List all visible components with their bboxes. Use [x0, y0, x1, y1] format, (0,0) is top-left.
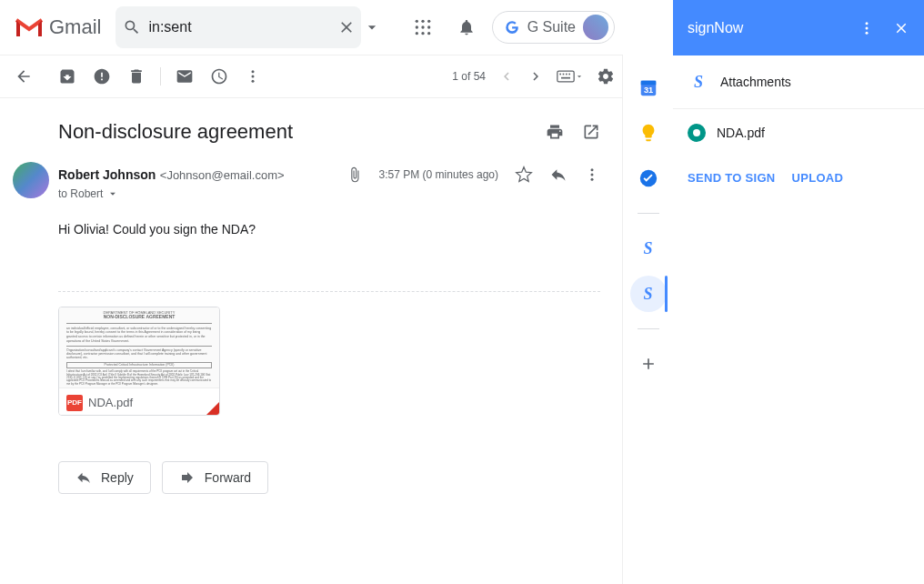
signnow-close-icon[interactable] [893, 20, 909, 36]
timestamp: 3:57 PM (0 minutes ago) [379, 168, 498, 181]
mark-unread-icon[interactable] [176, 67, 194, 86]
gsuite-label: G Suite [527, 19, 576, 35]
attachment-preview: DEPARTMENT OF HOMELAND SECURITY NON-DISC… [59, 307, 219, 388]
sender-email: <Johnson@email.com> [160, 168, 285, 182]
clear-search-icon[interactable] [337, 18, 356, 36]
attachment-name: NDA.pdf [88, 396, 133, 409]
rail-signnow-icon-2[interactable]: S [630, 276, 667, 312]
search-box[interactable] [116, 6, 361, 48]
rail-tasks-icon[interactable] [630, 160, 667, 196]
rail-calendar-icon[interactable]: 31 [630, 69, 667, 106]
svg-point-22 [591, 178, 594, 181]
upload-button[interactable]: UPLOAD [792, 171, 844, 185]
apps-icon[interactable] [405, 9, 441, 45]
svg-point-29 [866, 31, 869, 34]
gmail-logo[interactable]: Gmail [7, 15, 108, 39]
svg-rect-1 [38, 33, 42, 36]
svg-rect-14 [557, 71, 574, 82]
pdf-badge: PDF [66, 395, 83, 411]
signnow-title: signNow [688, 20, 859, 36]
signnow-section-icon: S [688, 71, 709, 93]
forward-button[interactable]: Forward [162, 461, 268, 494]
checkmark-icon [688, 124, 706, 142]
svg-text:31: 31 [643, 86, 652, 95]
send-to-sign-button[interactable]: SEND TO SIGN [688, 171, 776, 185]
snooze-icon[interactable] [210, 67, 228, 86]
svg-rect-18 [568, 74, 570, 76]
signnow-attachment-item[interactable]: NDA.pdf [688, 124, 909, 142]
reply-button[interactable]: Reply [58, 461, 151, 494]
page-count: 1 of 54 [452, 70, 486, 83]
search-dropdown-icon[interactable] [363, 18, 381, 36]
email-subject: Non-disclosure agreement [58, 120, 546, 144]
svg-point-12 [252, 76, 255, 78]
input-tools-icon[interactable] [557, 70, 584, 83]
svg-point-28 [866, 26, 869, 29]
rail-add-icon[interactable] [630, 346, 667, 382]
svg-point-5 [415, 25, 417, 28]
svg-point-4 [427, 20, 430, 23]
settings-icon[interactable] [597, 67, 615, 86]
star-icon[interactable] [515, 166, 533, 184]
open-new-icon[interactable] [582, 123, 600, 141]
sender-avatar[interactable] [13, 162, 49, 198]
svg-rect-19 [561, 77, 570, 79]
gmail-text: Gmail [49, 15, 101, 39]
svg-point-6 [421, 25, 424, 28]
signnow-section-title: Attachments [720, 75, 791, 89]
signnow-attachment-name: NDA.pdf [717, 126, 765, 140]
to-line[interactable]: to Robert [58, 187, 600, 216]
search-input[interactable] [148, 19, 330, 35]
svg-point-27 [866, 22, 869, 25]
svg-point-2 [415, 20, 417, 23]
svg-point-10 [427, 32, 430, 35]
svg-point-13 [252, 80, 255, 83]
rail-signnow-icon-1[interactable]: S [630, 230, 667, 267]
svg-rect-16 [563, 74, 565, 76]
svg-point-7 [427, 25, 430, 28]
svg-point-11 [252, 70, 255, 73]
attachment-card[interactable]: DEPARTMENT OF HOMELAND SECURITY NON-DISC… [58, 307, 220, 416]
spam-icon[interactable] [93, 67, 111, 86]
delete-icon[interactable] [127, 67, 146, 86]
back-icon[interactable] [15, 67, 33, 86]
user-avatar[interactable] [583, 15, 608, 40]
archive-icon[interactable] [58, 67, 76, 86]
next-page-icon[interactable] [527, 68, 544, 85]
gsuite-switcher[interactable]: G Suite [492, 11, 615, 44]
svg-rect-17 [566, 74, 567, 76]
svg-point-9 [421, 32, 424, 35]
prev-page-icon[interactable] [498, 68, 515, 85]
svg-rect-15 [559, 74, 561, 76]
svg-rect-0 [16, 33, 20, 36]
svg-point-20 [591, 168, 594, 171]
sender-name: Robert Johnson [58, 167, 156, 182]
reply-icon[interactable] [549, 166, 567, 184]
svg-point-3 [421, 20, 424, 23]
svg-point-8 [415, 32, 417, 35]
svg-point-21 [591, 174, 594, 176]
print-icon[interactable] [546, 123, 564, 141]
search-icon[interactable] [123, 18, 141, 36]
attachment-icon [346, 166, 363, 183]
more-icon[interactable] [245, 68, 261, 85]
notifications-icon[interactable] [448, 9, 485, 45]
svg-rect-24 [640, 81, 656, 86]
email-body: Hi Olivia! Could you sign the NDA? [58, 216, 600, 291]
rail-keep-icon[interactable] [630, 115, 667, 151]
signnow-menu-icon[interactable] [859, 20, 875, 36]
message-more-icon[interactable] [584, 166, 600, 183]
